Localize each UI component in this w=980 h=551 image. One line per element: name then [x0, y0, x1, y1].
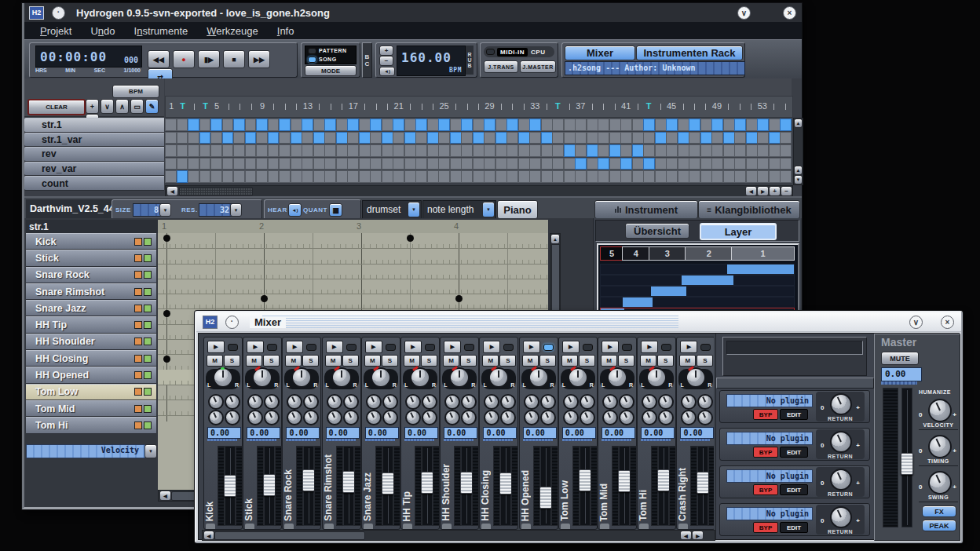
song-cell[interactable]: [711, 170, 723, 183]
instrument-mute-button[interactable]: [134, 321, 142, 329]
song-cell[interactable]: [746, 119, 758, 131]
strip-fx-send-knob[interactable]: [619, 394, 634, 410]
strip-fx-send-knob[interactable]: [366, 394, 382, 410]
instrument-solo-button[interactable]: [144, 388, 152, 396]
strip-solo-button[interactable]: S: [421, 355, 437, 367]
strip-play-button[interactable]: ▶: [207, 341, 225, 353]
song-cell[interactable]: [552, 132, 564, 144]
song-cell-active[interactable]: [233, 119, 245, 131]
instrument-solo-button[interactable]: [144, 421, 152, 429]
note-dot[interactable]: [455, 295, 463, 302]
strip-mute-button[interactable]: M: [246, 355, 262, 367]
strip-fader-handle[interactable]: [460, 472, 473, 494]
song-cell[interactable]: [506, 144, 518, 157]
song-cell-active[interactable]: [370, 119, 382, 131]
instrument-mute-button[interactable]: [134, 288, 142, 296]
instrument-mute-button[interactable]: [134, 355, 142, 363]
note-dot[interactable]: [163, 235, 170, 242]
song-cell[interactable]: [336, 170, 348, 183]
song-cell[interactable]: [291, 158, 302, 170]
strip-solo-button[interactable]: S: [263, 355, 280, 367]
master-swing-knob[interactable]: [928, 471, 952, 494]
song-cell[interactable]: [302, 132, 313, 144]
instrument-row[interactable]: Tom Mid: [26, 400, 156, 417]
song-cell[interactable]: [404, 170, 416, 183]
song-cell[interactable]: [199, 144, 211, 157]
song-cell[interactable]: [268, 119, 280, 131]
strip-fx-send-knob[interactable]: [524, 410, 539, 425]
song-cell[interactable]: [620, 170, 632, 183]
song-cell[interactable]: [689, 170, 700, 183]
song-track-label[interactable]: rev: [24, 147, 164, 162]
strip-bottom-tab[interactable]: [364, 524, 373, 529]
note-row[interactable]: [158, 294, 548, 309]
song-cell-active[interactable]: [711, 119, 723, 131]
note-length-dropdown-icon[interactable]: ▼: [482, 202, 495, 217]
song-cell[interactable]: [484, 132, 495, 144]
strip-fx-send-knob[interactable]: [681, 410, 697, 425]
song-cell[interactable]: [165, 158, 177, 170]
song-cell[interactable]: [780, 170, 792, 183]
song-cell-active[interactable]: [268, 132, 280, 144]
strip-fx-send-knob[interactable]: [500, 394, 516, 410]
song-cell[interactable]: [324, 132, 336, 144]
song-cell[interactable]: [495, 170, 507, 183]
song-cell[interactable]: [256, 144, 268, 157]
master-peak-button[interactable]: PEAK: [922, 520, 956, 531]
strip-play-button[interactable]: ▶: [602, 341, 619, 353]
strip-pan-knob[interactable]: [607, 367, 627, 388]
strip-bottom-tab[interactable]: [678, 524, 688, 529]
strip-fx-send-knob[interactable]: [444, 394, 460, 410]
strip-fx-send-knob[interactable]: [563, 410, 579, 425]
song-cell[interactable]: [541, 170, 553, 183]
strip-pan-knob[interactable]: [331, 367, 352, 388]
scroll-left-button[interactable]: ◀: [166, 186, 178, 196]
song-cell[interactable]: [199, 119, 211, 131]
song-cell[interactable]: [222, 119, 234, 131]
fx-bypass-button[interactable]: BYP: [753, 522, 778, 533]
song-cell-active[interactable]: [404, 132, 416, 144]
song-cell-active[interactable]: [734, 119, 746, 131]
strip-bottom-tab[interactable]: [481, 524, 491, 529]
song-cell-active[interactable]: [210, 119, 222, 131]
mode-button[interactable]: MODE: [305, 65, 357, 76]
song-cell[interactable]: [518, 158, 530, 170]
song-cell[interactable]: [620, 144, 632, 157]
hear-notes-toggle[interactable]: ◄): [288, 203, 302, 217]
menu-item-werkzeuge[interactable]: Werkzeuge: [197, 25, 268, 37]
strip-solo-button[interactable]: S: [579, 355, 595, 367]
song-cell[interactable]: [632, 132, 644, 144]
song-cell[interactable]: [723, 170, 735, 183]
song-cell[interactable]: [245, 119, 257, 131]
song-cell[interactable]: [609, 132, 621, 144]
strip-pan-knob[interactable]: [410, 367, 430, 388]
layer-segment[interactable]: [651, 286, 687, 296]
note-row[interactable]: [158, 248, 548, 264]
strip-mute-button[interactable]: M: [285, 355, 302, 367]
strip-fx-send-knob[interactable]: [422, 410, 437, 425]
song-cell-active[interactable]: [780, 119, 792, 131]
strip-mute-button[interactable]: M: [404, 355, 420, 367]
strip-bottom-tab[interactable]: [324, 524, 334, 529]
song-cell[interactable]: [746, 158, 758, 170]
strip-mute-button[interactable]: M: [561, 355, 578, 367]
scroll-up2-button[interactable]: ▲: [794, 166, 803, 175]
song-cell[interactable]: [598, 144, 609, 157]
clear-pattern-sequence-button[interactable]: CLEAR: [27, 99, 86, 115]
song-cell[interactable]: [643, 132, 655, 144]
instrument-row[interactable]: Stick: [26, 250, 156, 266]
layer-header-2[interactable]: 2: [685, 246, 733, 261]
song-cell[interactable]: [757, 144, 769, 157]
song-cell-active[interactable]: [575, 158, 587, 170]
strip-fx-send-knob[interactable]: [658, 394, 674, 410]
instrument-row[interactable]: HH Shoulder: [26, 334, 156, 350]
song-cell[interactable]: [393, 170, 404, 183]
strip-pan-knob[interactable]: [568, 367, 588, 388]
transport-rewind-button[interactable]: ◀◀: [148, 50, 170, 68]
song-cell-active[interactable]: [518, 132, 530, 144]
song-cell-active[interactable]: [382, 132, 393, 144]
song-cell[interactable]: [382, 170, 393, 183]
strip-fx-send-knob[interactable]: [697, 394, 713, 410]
song-cell[interactable]: [734, 158, 746, 170]
song-cell[interactable]: [404, 119, 416, 131]
